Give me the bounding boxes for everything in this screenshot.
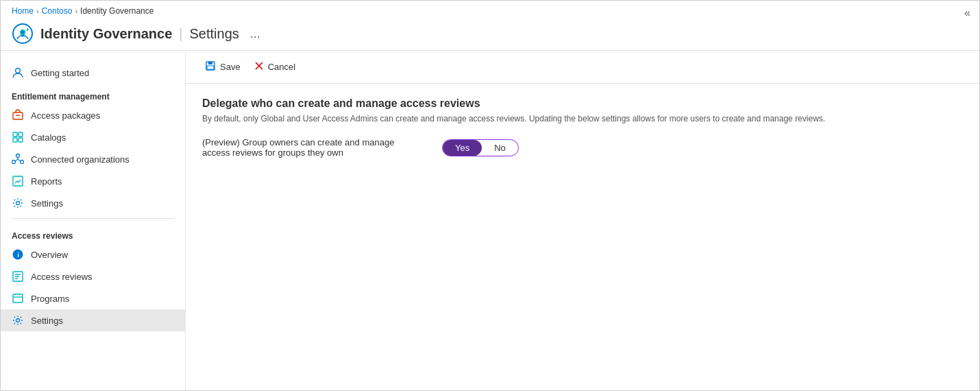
breadcrumb-current: Identity Governance bbox=[80, 6, 154, 16]
title-divider: | bbox=[179, 26, 182, 42]
sidebar-item-access-reviews[interactable]: Access reviews bbox=[1, 265, 185, 287]
svg-point-12 bbox=[16, 202, 20, 205]
gear-icon-ar bbox=[12, 314, 24, 327]
save-label: Save bbox=[220, 62, 241, 72]
breadcrumb-contoso[interactable]: Contoso bbox=[42, 6, 73, 16]
svg-rect-16 bbox=[13, 294, 23, 303]
section-desc: By default, only Global and User Access … bbox=[202, 114, 956, 123]
sidebar: « Getting started Entitlement management… bbox=[1, 51, 186, 390]
box-icon bbox=[12, 109, 24, 121]
sidebar-label-settings-ar: Settings bbox=[31, 316, 63, 326]
sidebar-label-access-reviews: Access reviews bbox=[31, 272, 93, 282]
cancel-button[interactable]: Cancel bbox=[249, 58, 301, 75]
setting-label-group-owners: (Preview) Group owners can create and ma… bbox=[202, 137, 421, 158]
gear-icon-ent bbox=[12, 197, 24, 209]
sidebar-item-overview[interactable]: i Overview bbox=[1, 244, 185, 265]
main-layout: « Getting started Entitlement management… bbox=[1, 51, 979, 390]
svg-rect-4 bbox=[13, 132, 17, 137]
breadcrumb-sep-2: › bbox=[75, 7, 77, 15]
sidebar-label-reports: Reports bbox=[31, 176, 62, 187]
sidebar-item-connected-orgs[interactable]: Connected organizations bbox=[1, 148, 185, 170]
svg-rect-5 bbox=[19, 132, 23, 137]
sidebar-label-settings-ent: Settings bbox=[31, 198, 63, 209]
sidebar-divider-1 bbox=[12, 218, 174, 219]
sidebar-label-catalogs: Catalogs bbox=[31, 132, 66, 143]
person-icon bbox=[12, 67, 24, 79]
app-icon bbox=[12, 23, 34, 45]
sidebar-item-access-packages[interactable]: Access packages bbox=[1, 104, 185, 126]
programs-icon bbox=[12, 292, 24, 305]
cancel-label: Cancel bbox=[268, 62, 295, 72]
svg-rect-19 bbox=[208, 62, 212, 64]
report-icon bbox=[12, 175, 24, 187]
sidebar-label-access-packages: Access packages bbox=[31, 110, 100, 121]
svg-rect-6 bbox=[13, 138, 17, 142]
review-icon bbox=[12, 270, 24, 283]
section-title: Delegate who can create and manage acces… bbox=[202, 97, 963, 110]
app-name: Identity Governance bbox=[40, 26, 172, 42]
svg-rect-7 bbox=[19, 138, 23, 142]
sidebar-item-reports[interactable]: Reports bbox=[1, 170, 185, 192]
title-row: Identity Governance | Settings ... bbox=[12, 20, 968, 47]
section-label-access-reviews: Access reviews bbox=[1, 223, 185, 244]
sidebar-label-overview: Overview bbox=[31, 250, 68, 260]
toggle-group-group-owners: Yes No bbox=[442, 139, 519, 156]
page-title: Settings bbox=[189, 26, 238, 42]
sidebar-item-settings-ent[interactable]: Settings bbox=[1, 192, 185, 214]
section-label-entitlement: Entitlement management bbox=[1, 84, 185, 104]
sidebar-item-programs[interactable]: Programs bbox=[1, 287, 185, 309]
page-wrapper: Home › Contoso › Identity Governance Ide… bbox=[1, 1, 979, 390]
svg-point-9 bbox=[12, 161, 16, 164]
svg-text:i: i bbox=[18, 252, 20, 259]
svg-point-2 bbox=[16, 69, 21, 73]
ellipsis-button[interactable]: ... bbox=[246, 25, 265, 43]
header: Home › Contoso › Identity Governance Ide… bbox=[1, 1, 979, 51]
save-button[interactable]: Save bbox=[199, 58, 246, 76]
catalog-icon bbox=[12, 131, 24, 143]
toggle-no-button[interactable]: No bbox=[482, 140, 518, 156]
setting-row-group-owners: (Preview) Group owners can create and ma… bbox=[202, 137, 963, 158]
content-body: Delegate who can create and manage acces… bbox=[186, 84, 979, 390]
svg-point-17 bbox=[16, 319, 20, 322]
info-icon: i bbox=[12, 248, 24, 261]
sidebar-label-connected-orgs: Connected organizations bbox=[31, 154, 130, 165]
sidebar-item-getting-started[interactable]: Getting started bbox=[1, 62, 185, 84]
toolbar: Save Cancel bbox=[186, 51, 979, 84]
sidebar-item-catalogs[interactable]: Catalogs bbox=[1, 126, 185, 148]
save-icon bbox=[205, 60, 216, 73]
sidebar-label-programs: Programs bbox=[31, 294, 69, 304]
sidebar-label-getting-started: Getting started bbox=[31, 68, 89, 78]
breadcrumb: Home › Contoso › Identity Governance bbox=[12, 6, 968, 16]
svg-point-1 bbox=[21, 31, 24, 34]
svg-rect-11 bbox=[13, 176, 23, 186]
svg-rect-20 bbox=[207, 66, 214, 69]
org-icon bbox=[12, 153, 24, 165]
breadcrumb-sep-1: › bbox=[36, 7, 39, 15]
svg-point-8 bbox=[16, 154, 20, 158]
breadcrumb-home[interactable]: Home bbox=[12, 6, 34, 16]
cancel-icon bbox=[254, 61, 264, 73]
content-area: Save Cancel Delegate who can create and … bbox=[186, 51, 979, 390]
toggle-yes-button[interactable]: Yes bbox=[443, 140, 482, 156]
sidebar-item-settings-ar[interactable]: Settings bbox=[1, 309, 185, 331]
svg-rect-3 bbox=[13, 112, 23, 119]
svg-point-10 bbox=[21, 161, 24, 164]
